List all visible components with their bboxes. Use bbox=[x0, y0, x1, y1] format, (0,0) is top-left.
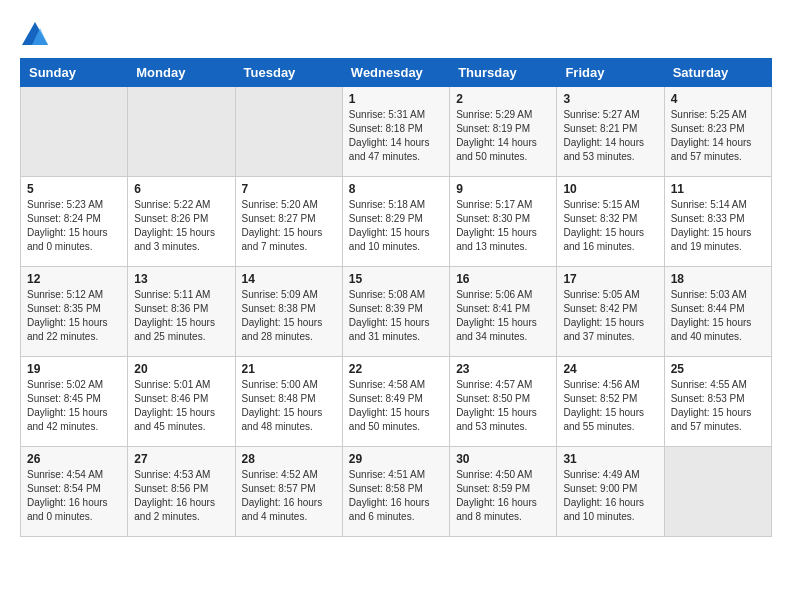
day-info: Sunrise: 5:25 AMSunset: 8:23 PMDaylight:… bbox=[671, 108, 765, 164]
day-cell: 22Sunrise: 4:58 AMSunset: 8:49 PMDayligh… bbox=[342, 357, 449, 447]
day-cell: 10Sunrise: 5:15 AMSunset: 8:32 PMDayligh… bbox=[557, 177, 664, 267]
day-info: Sunrise: 5:00 AMSunset: 8:48 PMDaylight:… bbox=[242, 378, 336, 434]
day-cell: 16Sunrise: 5:06 AMSunset: 8:41 PMDayligh… bbox=[450, 267, 557, 357]
day-number: 3 bbox=[563, 92, 657, 106]
day-number: 25 bbox=[671, 362, 765, 376]
day-cell: 8Sunrise: 5:18 AMSunset: 8:29 PMDaylight… bbox=[342, 177, 449, 267]
day-number: 22 bbox=[349, 362, 443, 376]
day-info: Sunrise: 5:05 AMSunset: 8:42 PMDaylight:… bbox=[563, 288, 657, 344]
day-info: Sunrise: 5:22 AMSunset: 8:26 PMDaylight:… bbox=[134, 198, 228, 254]
day-info: Sunrise: 5:14 AMSunset: 8:33 PMDaylight:… bbox=[671, 198, 765, 254]
day-cell: 23Sunrise: 4:57 AMSunset: 8:50 PMDayligh… bbox=[450, 357, 557, 447]
day-cell: 24Sunrise: 4:56 AMSunset: 8:52 PMDayligh… bbox=[557, 357, 664, 447]
day-cell: 7Sunrise: 5:20 AMSunset: 8:27 PMDaylight… bbox=[235, 177, 342, 267]
day-cell: 31Sunrise: 4:49 AMSunset: 9:00 PMDayligh… bbox=[557, 447, 664, 537]
day-number: 24 bbox=[563, 362, 657, 376]
header-cell-thursday: Thursday bbox=[450, 59, 557, 87]
day-info: Sunrise: 4:52 AMSunset: 8:57 PMDaylight:… bbox=[242, 468, 336, 524]
day-cell bbox=[235, 87, 342, 177]
day-info: Sunrise: 4:50 AMSunset: 8:59 PMDaylight:… bbox=[456, 468, 550, 524]
day-number: 2 bbox=[456, 92, 550, 106]
day-cell: 30Sunrise: 4:50 AMSunset: 8:59 PMDayligh… bbox=[450, 447, 557, 537]
day-info: Sunrise: 4:54 AMSunset: 8:54 PMDaylight:… bbox=[27, 468, 121, 524]
header-cell-wednesday: Wednesday bbox=[342, 59, 449, 87]
day-number: 10 bbox=[563, 182, 657, 196]
day-cell: 28Sunrise: 4:52 AMSunset: 8:57 PMDayligh… bbox=[235, 447, 342, 537]
day-cell: 20Sunrise: 5:01 AMSunset: 8:46 PMDayligh… bbox=[128, 357, 235, 447]
week-row-4: 19Sunrise: 5:02 AMSunset: 8:45 PMDayligh… bbox=[21, 357, 772, 447]
day-info: Sunrise: 5:31 AMSunset: 8:18 PMDaylight:… bbox=[349, 108, 443, 164]
day-cell: 13Sunrise: 5:11 AMSunset: 8:36 PMDayligh… bbox=[128, 267, 235, 357]
header-cell-saturday: Saturday bbox=[664, 59, 771, 87]
day-info: Sunrise: 5:11 AMSunset: 8:36 PMDaylight:… bbox=[134, 288, 228, 344]
day-cell: 18Sunrise: 5:03 AMSunset: 8:44 PMDayligh… bbox=[664, 267, 771, 357]
header-cell-tuesday: Tuesday bbox=[235, 59, 342, 87]
day-number: 5 bbox=[27, 182, 121, 196]
day-cell: 21Sunrise: 5:00 AMSunset: 8:48 PMDayligh… bbox=[235, 357, 342, 447]
day-number: 17 bbox=[563, 272, 657, 286]
day-info: Sunrise: 5:18 AMSunset: 8:29 PMDaylight:… bbox=[349, 198, 443, 254]
day-number: 26 bbox=[27, 452, 121, 466]
day-info: Sunrise: 5:01 AMSunset: 8:46 PMDaylight:… bbox=[134, 378, 228, 434]
week-row-1: 1Sunrise: 5:31 AMSunset: 8:18 PMDaylight… bbox=[21, 87, 772, 177]
day-cell: 26Sunrise: 4:54 AMSunset: 8:54 PMDayligh… bbox=[21, 447, 128, 537]
day-cell: 25Sunrise: 4:55 AMSunset: 8:53 PMDayligh… bbox=[664, 357, 771, 447]
day-info: Sunrise: 4:58 AMSunset: 8:49 PMDaylight:… bbox=[349, 378, 443, 434]
day-cell: 3Sunrise: 5:27 AMSunset: 8:21 PMDaylight… bbox=[557, 87, 664, 177]
day-cell: 2Sunrise: 5:29 AMSunset: 8:19 PMDaylight… bbox=[450, 87, 557, 177]
day-info: Sunrise: 5:02 AMSunset: 8:45 PMDaylight:… bbox=[27, 378, 121, 434]
day-cell: 15Sunrise: 5:08 AMSunset: 8:39 PMDayligh… bbox=[342, 267, 449, 357]
logo bbox=[20, 20, 54, 50]
day-number: 1 bbox=[349, 92, 443, 106]
day-cell: 27Sunrise: 4:53 AMSunset: 8:56 PMDayligh… bbox=[128, 447, 235, 537]
day-number: 28 bbox=[242, 452, 336, 466]
day-info: Sunrise: 5:27 AMSunset: 8:21 PMDaylight:… bbox=[563, 108, 657, 164]
day-info: Sunrise: 5:29 AMSunset: 8:19 PMDaylight:… bbox=[456, 108, 550, 164]
week-row-3: 12Sunrise: 5:12 AMSunset: 8:35 PMDayligh… bbox=[21, 267, 772, 357]
day-info: Sunrise: 4:56 AMSunset: 8:52 PMDaylight:… bbox=[563, 378, 657, 434]
day-cell: 1Sunrise: 5:31 AMSunset: 8:18 PMDaylight… bbox=[342, 87, 449, 177]
page-header bbox=[20, 20, 772, 50]
header-cell-monday: Monday bbox=[128, 59, 235, 87]
day-number: 23 bbox=[456, 362, 550, 376]
day-info: Sunrise: 4:49 AMSunset: 9:00 PMDaylight:… bbox=[563, 468, 657, 524]
day-number: 7 bbox=[242, 182, 336, 196]
day-number: 31 bbox=[563, 452, 657, 466]
day-info: Sunrise: 5:17 AMSunset: 8:30 PMDaylight:… bbox=[456, 198, 550, 254]
day-number: 12 bbox=[27, 272, 121, 286]
day-number: 8 bbox=[349, 182, 443, 196]
day-number: 16 bbox=[456, 272, 550, 286]
day-info: Sunrise: 5:03 AMSunset: 8:44 PMDaylight:… bbox=[671, 288, 765, 344]
day-info: Sunrise: 5:08 AMSunset: 8:39 PMDaylight:… bbox=[349, 288, 443, 344]
day-cell bbox=[128, 87, 235, 177]
day-number: 29 bbox=[349, 452, 443, 466]
calendar-table: SundayMondayTuesdayWednesdayThursdayFrid… bbox=[20, 58, 772, 537]
day-cell bbox=[664, 447, 771, 537]
day-number: 11 bbox=[671, 182, 765, 196]
day-info: Sunrise: 5:09 AMSunset: 8:38 PMDaylight:… bbox=[242, 288, 336, 344]
header-cell-sunday: Sunday bbox=[21, 59, 128, 87]
day-info: Sunrise: 5:15 AMSunset: 8:32 PMDaylight:… bbox=[563, 198, 657, 254]
day-number: 13 bbox=[134, 272, 228, 286]
day-number: 18 bbox=[671, 272, 765, 286]
header-row: SundayMondayTuesdayWednesdayThursdayFrid… bbox=[21, 59, 772, 87]
day-cell bbox=[21, 87, 128, 177]
day-info: Sunrise: 4:53 AMSunset: 8:56 PMDaylight:… bbox=[134, 468, 228, 524]
day-number: 14 bbox=[242, 272, 336, 286]
day-number: 6 bbox=[134, 182, 228, 196]
day-cell: 29Sunrise: 4:51 AMSunset: 8:58 PMDayligh… bbox=[342, 447, 449, 537]
day-info: Sunrise: 4:55 AMSunset: 8:53 PMDaylight:… bbox=[671, 378, 765, 434]
week-row-2: 5Sunrise: 5:23 AMSunset: 8:24 PMDaylight… bbox=[21, 177, 772, 267]
header-cell-friday: Friday bbox=[557, 59, 664, 87]
day-number: 4 bbox=[671, 92, 765, 106]
week-row-5: 26Sunrise: 4:54 AMSunset: 8:54 PMDayligh… bbox=[21, 447, 772, 537]
day-number: 19 bbox=[27, 362, 121, 376]
day-info: Sunrise: 5:06 AMSunset: 8:41 PMDaylight:… bbox=[456, 288, 550, 344]
day-cell: 6Sunrise: 5:22 AMSunset: 8:26 PMDaylight… bbox=[128, 177, 235, 267]
day-cell: 17Sunrise: 5:05 AMSunset: 8:42 PMDayligh… bbox=[557, 267, 664, 357]
day-number: 30 bbox=[456, 452, 550, 466]
day-info: Sunrise: 5:23 AMSunset: 8:24 PMDaylight:… bbox=[27, 198, 121, 254]
day-info: Sunrise: 5:20 AMSunset: 8:27 PMDaylight:… bbox=[242, 198, 336, 254]
day-cell: 11Sunrise: 5:14 AMSunset: 8:33 PMDayligh… bbox=[664, 177, 771, 267]
day-cell: 14Sunrise: 5:09 AMSunset: 8:38 PMDayligh… bbox=[235, 267, 342, 357]
